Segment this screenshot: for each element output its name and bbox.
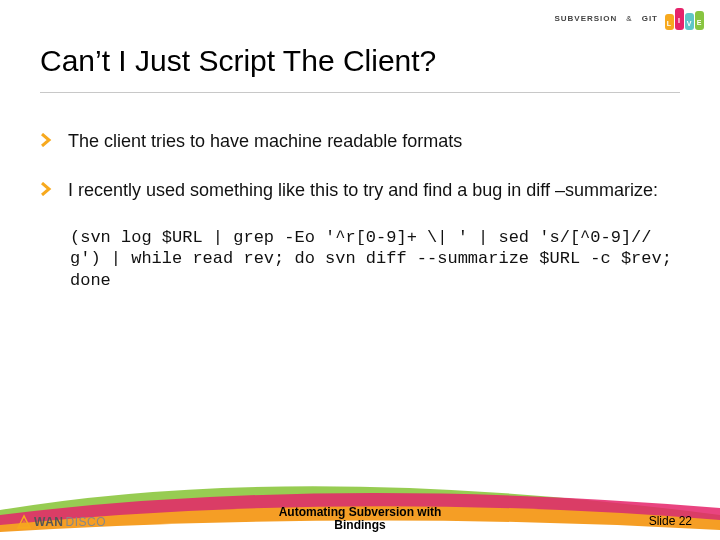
brand-amp: &: [626, 14, 632, 23]
slide-number: Slide 22: [649, 514, 692, 528]
bullet-item: The client tries to have machine readabl…: [40, 130, 680, 153]
bullet-text: I recently used something like this to t…: [68, 180, 658, 200]
chevron-icon: [40, 182, 54, 196]
live-i: I: [675, 8, 684, 30]
bullet-text: The client tries to have machine readabl…: [68, 131, 462, 151]
live-logo: L I V E: [664, 6, 704, 30]
brand-subversion: SUBVERSION: [554, 14, 617, 23]
brand-git: GIT: [642, 14, 658, 23]
chevron-icon: [40, 133, 54, 147]
bullet-item: I recently used something like this to t…: [40, 179, 680, 202]
live-v: V: [685, 13, 694, 30]
slide-body: The client tries to have machine readabl…: [40, 130, 680, 291]
code-block: (svn log $URL | grep -Eo '^r[0-9]+ \| ' …: [40, 227, 680, 291]
slide-title: Can’t I Just Script The Client?: [40, 44, 680, 93]
live-e: E: [695, 11, 704, 30]
footer-title-line1: Automating Subversion with: [279, 505, 442, 519]
header-brand: SUBVERSION & GIT L I V E: [554, 6, 704, 30]
slide: SUBVERSION & GIT L I V E Can’t I Just Sc…: [0, 0, 720, 540]
footer-presentation-title: Automating Subversion with Bindings: [0, 506, 720, 532]
live-l: L: [665, 14, 674, 30]
footer-title-line2: Bindings: [334, 518, 385, 532]
